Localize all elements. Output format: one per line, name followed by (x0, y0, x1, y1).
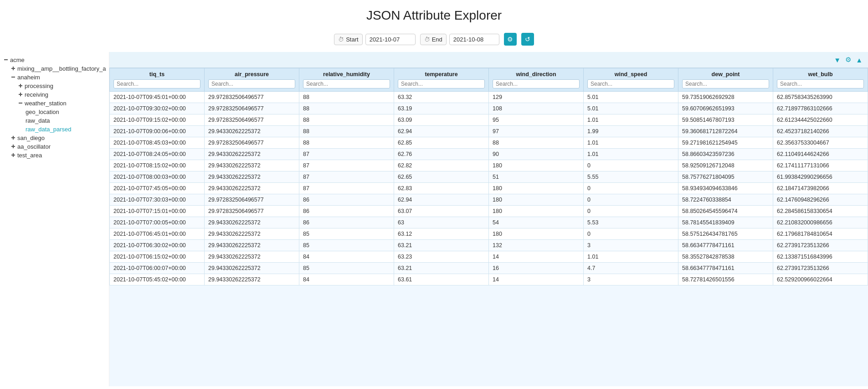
col-header-air_pressure: air_pressure (205, 68, 299, 92)
sidebar-item-san_diego[interactable]: san_diego (0, 134, 109, 142)
table-cell: 63.23 (394, 251, 489, 263)
table-cell: 54 (489, 217, 584, 228)
table-cell: 62.14760948296266 (773, 194, 868, 206)
sidebar-item-weather_station[interactable]: weather_station (0, 99, 109, 108)
toggle-icon (11, 75, 15, 80)
table-cell: 29.972832506496577 (205, 114, 299, 126)
sidebar-item-raw_data_parsed[interactable]: raw_data_parsed (0, 125, 109, 134)
table-cell: 29.94330262225372 (205, 160, 299, 171)
start-date-input[interactable] (365, 34, 416, 45)
table-cell: 59.360681712872264 (678, 126, 773, 137)
clock-icon-end: ⏱ (424, 36, 430, 43)
toggle-icon (4, 57, 8, 63)
col-search-relative_humidity[interactable] (303, 79, 390, 88)
table-area: ▼ ⚙ ▲ tiq_tsair_pressurerelative_humidit… (109, 52, 868, 386)
table-cell: 62.179681784810654 (773, 228, 868, 240)
sidebar-item-mixing[interactable]: mixing__amp__bottling_factory_a (0, 64, 109, 73)
table-cell: 61.99384299029665​6 (773, 171, 868, 183)
start-label-text: Start (346, 36, 358, 43)
sidebar-item-anaheim[interactable]: anaheim (0, 73, 109, 82)
col-search-tiq_ts[interactable] (113, 79, 200, 88)
table-row: 2021-10-07T08:45:03+00:0029.972832506496… (110, 137, 868, 149)
col-search-air_pressure[interactable] (208, 79, 295, 88)
table-wrapper[interactable]: tiq_tsair_pressurerelative_humiditytempe… (109, 68, 868, 386)
table-cell: 2021-10-07T09:30:02+00:00 (110, 103, 205, 114)
col-label-relative_humidity: relative_humidity (303, 71, 390, 78)
col-search-wet_bulb[interactable] (777, 79, 864, 88)
sidebar-item-processing[interactable]: processing (0, 82, 109, 90)
table-cell: 62.17411177131066 (773, 160, 868, 171)
table-cell: 29.972832506496577 (205, 194, 299, 206)
table-cell: 87 (299, 160, 394, 171)
end-date-input[interactable] (449, 34, 499, 45)
table-cell: 0 (584, 194, 678, 206)
table-row: 2021-10-07T08:00:03+00:0029.943302622253… (110, 171, 868, 183)
col-search-dew_point[interactable] (682, 79, 769, 88)
table-cell: 0 (584, 183, 678, 194)
table-cell: 87 (299, 149, 394, 160)
sidebar-item-label: raw_data_parsed (26, 126, 71, 133)
table-row: 2021-10-07T06:45:01+00:0029.943302622253… (110, 228, 868, 240)
table-cell: 63 (394, 217, 489, 228)
table-cell: 88 (299, 126, 394, 137)
table-cell: 59.50851467807193 (678, 114, 773, 126)
table-cell: 59.73519062692928 (678, 92, 773, 103)
col-label-wind_speed: wind_speed (587, 71, 674, 78)
toggle-icon (11, 153, 15, 158)
table-cell: 63.61 (394, 274, 489, 285)
refresh-button[interactable]: ↺ (521, 33, 534, 46)
table-cell: 88 (299, 137, 394, 149)
table-cell: 63.21 (394, 240, 489, 251)
table-cell: 29.94330262225372 (205, 149, 299, 160)
svg-rect-10 (11, 137, 15, 138)
table-cell: 63.32 (394, 92, 489, 103)
sidebar-item-receiving[interactable]: receiving (0, 90, 109, 99)
table-cell: 0 (584, 228, 678, 240)
sidebar-item-geo_location[interactable]: geo_location (0, 108, 109, 116)
col-search-wind_speed[interactable] (587, 79, 674, 88)
table-cell: 2021-10-07T08:15:02+00:00 (110, 160, 205, 171)
sidebar-item-test_area[interactable]: test_area (0, 151, 109, 160)
table-cell: 1.99 (584, 126, 678, 137)
filter-icon-button[interactable]: ▼ (833, 55, 842, 65)
table-cell: 2021-10-07T09:45:01+00:00 (110, 92, 205, 103)
col-header-temperature: temperature (394, 68, 489, 92)
table-cell: 16 (489, 263, 584, 274)
settings-button[interactable]: ⚙ (504, 33, 517, 46)
sidebar-item-label: geo_location (26, 109, 59, 115)
sidebar-item-raw_data[interactable]: raw_data (0, 116, 109, 125)
table-cell: 58.934934094633846 (678, 183, 773, 194)
table-cell: 58.78145541839409 (678, 217, 773, 228)
svg-rect-0 (4, 59, 8, 60)
table-cell: 2021-10-07T07:30:03+00:00 (110, 194, 205, 206)
sidebar-item-label: acme (10, 57, 25, 63)
toggle-icon (18, 101, 23, 106)
toolbar: ⏱ Start ⏱ End ⚙ ↺ (0, 29, 868, 52)
table-settings-button[interactable]: ⚙ (844, 55, 852, 65)
table-cell: 58.72781426501556 (678, 274, 773, 285)
table-scroll-up-button[interactable]: ▲ (855, 55, 863, 65)
table-cell: 180 (489, 194, 584, 206)
sidebar-item-label: aa_oscillator (17, 143, 51, 150)
table-cell: 59.271981621254945 (678, 137, 773, 149)
svg-rect-5 (19, 85, 22, 86)
table-cell: 62.612344425022660 (773, 114, 868, 126)
sidebar-item-aa_oscillator[interactable]: aa_oscillator (0, 142, 109, 151)
col-label-tiq_ts: tiq_ts (113, 71, 200, 78)
table-cell: 62.82 (394, 160, 489, 171)
table-cell: 180 (489, 160, 584, 171)
table-cell: 85 (299, 240, 394, 251)
table-cell: 59.60706962651993 (678, 103, 773, 114)
table-cell: 180 (489, 228, 584, 240)
table-cell: 63.07 (394, 206, 489, 217)
svg-rect-3 (11, 77, 15, 78)
table-cell: 58.850264545596474 (678, 206, 773, 217)
table-cell: 29.972832506496577 (205, 103, 299, 114)
table-cell: 29.94330262225372 (205, 126, 299, 137)
col-label-temperature: temperature (398, 71, 485, 78)
table-row: 2021-10-07T09:30:02+00:0029.972832506496… (110, 103, 868, 114)
table-cell: 2021-10-07T07:15:01+00:00 (110, 206, 205, 217)
col-search-temperature[interactable] (398, 79, 485, 88)
col-search-wind_direction[interactable] (493, 79, 580, 88)
sidebar-item-acme[interactable]: acme (0, 56, 109, 64)
